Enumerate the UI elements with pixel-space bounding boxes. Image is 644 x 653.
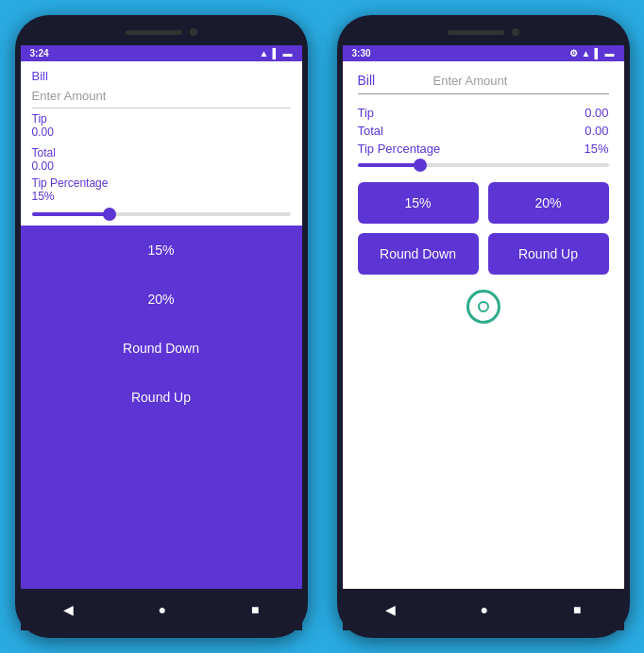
left-status-bar: 3:24 ▲ ▌ ▬ <box>21 45 302 61</box>
btn-round-up[interactable]: Round Up <box>488 233 609 275</box>
right-speaker <box>448 30 504 35</box>
left-tip-label: Tip <box>32 112 291 126</box>
left-slider-fill <box>32 212 110 216</box>
right-circular-icon <box>358 290 609 324</box>
right-bottom-nav: ◀ ● ■ <box>343 589 624 630</box>
left-screen: Bill Enter Amount Tip 0.00 Total 0.00 Ti… <box>21 61 302 589</box>
btn-round-down[interactable]: Round Down <box>358 233 479 275</box>
right-settings-icon: ⚙ <box>569 48 578 59</box>
left-home-button[interactable]: ● <box>159 602 166 617</box>
right-total-value: 0.00 <box>585 124 608 138</box>
left-tip-value: 0.00 <box>32 126 291 139</box>
right-total-row: Total 0.00 <box>358 124 609 138</box>
right-buttons-grid: 15% 20% Round Down Round Up <box>358 182 609 275</box>
left-time: 3:24 <box>30 48 49 59</box>
left-phone: 3:24 ▲ ▌ ▬ Bill Enter Amount Tip 0.00 To… <box>15 15 308 638</box>
left-back-button[interactable]: ◀ <box>63 602 74 617</box>
right-total-label: Total <box>358 124 383 138</box>
left-camera <box>190 28 197 36</box>
left-bill-placeholder: Enter Amount <box>32 89 107 103</box>
right-status-icons: ⚙ ▲ ▌ ▬ <box>569 48 615 59</box>
right-time: 3:30 <box>352 48 371 59</box>
left-slider-container[interactable] <box>32 203 291 216</box>
right-recent-button[interactable]: ■ <box>573 602 581 617</box>
right-tip-value: 0.00 <box>585 106 608 120</box>
left-bill-input-area[interactable]: Enter Amount <box>32 83 291 109</box>
left-total-value: 0.00 <box>32 159 291 173</box>
right-slider-track[interactable] <box>358 163 609 167</box>
left-dropdown-item-20[interactable]: 20% <box>21 275 302 324</box>
right-battery-icon: ▬ <box>605 48 615 59</box>
left-status-icons: ▲ ▌ ▬ <box>260 48 293 59</box>
left-total-row: Total 0.00 <box>32 142 291 176</box>
right-status-bar: 3:30 ⚙ ▲ ▌ ▬ <box>343 45 624 61</box>
left-bottom-nav: ◀ ● ■ <box>21 589 302 630</box>
btn-20-percent[interactable]: 20% <box>488 182 609 224</box>
right-home-button[interactable]: ● <box>481 602 488 617</box>
right-bill-input[interactable]: Enter Amount <box>433 74 609 88</box>
left-slider-track[interactable] <box>32 212 291 216</box>
left-phone-top-bar <box>21 23 302 42</box>
right-content: Bill Enter Amount Tip 0.00 Total 0.00 Ti… <box>343 61 624 589</box>
right-camera <box>512 28 519 36</box>
right-tip-pct-value: 15% <box>584 142 608 156</box>
right-tip-pct-row: Tip Percentage 15% <box>358 142 609 156</box>
right-back-button[interactable]: ◀ <box>385 602 396 617</box>
right-circle-target <box>466 290 500 324</box>
right-bill-row: Bill Enter Amount <box>358 73 609 94</box>
right-signal-icon: ▌ <box>594 48 601 59</box>
right-phone-top-bar <box>343 23 624 42</box>
right-wifi-icon: ▲ <box>582 48 591 59</box>
left-wifi-icon: ▲ <box>260 48 269 59</box>
right-slider-fill <box>358 163 421 167</box>
right-slider-thumb[interactable] <box>414 159 427 172</box>
btn-15-percent[interactable]: 15% <box>358 182 479 224</box>
left-tip-row: Tip 0.00 <box>32 109 291 142</box>
right-tip-label: Tip <box>358 106 375 120</box>
right-bill-label: Bill <box>358 73 433 88</box>
left-recent-button[interactable]: ■ <box>251 602 259 617</box>
right-tip-row: Tip 0.00 <box>358 106 609 120</box>
left-tip-pct-value: 15% <box>32 190 291 203</box>
right-slider-container[interactable] <box>358 163 609 167</box>
left-dropdown-menu: 15% 20% Round Down Round Up <box>21 226 302 589</box>
left-battery-icon: ▬ <box>283 48 293 59</box>
left-dropdown-item-15[interactable]: 15% <box>21 226 302 275</box>
right-info-section: Tip 0.00 Total 0.00 Tip Percentage 15% <box>358 106 609 156</box>
left-app-header: Bill Enter Amount Tip 0.00 Total 0.00 Ti… <box>21 61 302 226</box>
left-bill-label: Bill <box>32 69 291 83</box>
left-speaker <box>126 30 182 35</box>
left-signal-icon: ▌ <box>272 48 279 59</box>
left-slider-thumb[interactable] <box>103 208 116 221</box>
left-dropdown-item-round-up[interactable]: Round Up <box>21 373 302 422</box>
right-circle-inner <box>478 301 489 312</box>
right-phone: 3:30 ⚙ ▲ ▌ ▬ Bill Enter Amount Tip 0.00 … <box>337 15 630 638</box>
right-tip-pct-label: Tip Percentage <box>358 142 441 156</box>
left-dropdown-item-round-down[interactable]: Round Down <box>21 324 302 373</box>
right-screen: Bill Enter Amount Tip 0.00 Total 0.00 Ti… <box>343 61 624 589</box>
left-tip-pct-label: Tip Percentage <box>32 176 291 190</box>
left-total-label: Total <box>32 146 291 159</box>
